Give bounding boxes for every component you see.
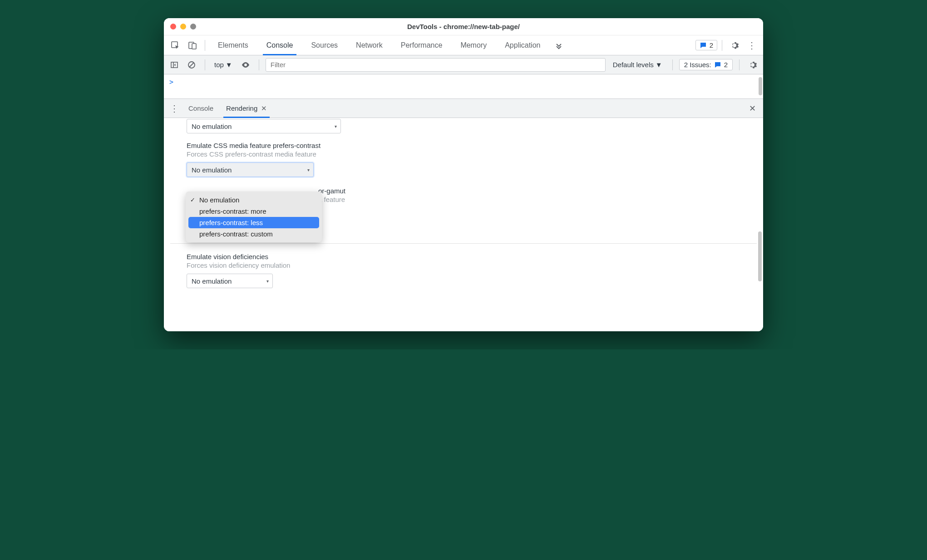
scrollbar[interactable]: [758, 231, 762, 281]
tab-memory[interactable]: Memory: [452, 35, 495, 55]
console-prompt: >: [169, 78, 173, 86]
divider: [739, 59, 740, 70]
tab-label: Performance: [401, 41, 443, 49]
chevron-down-icon: ▼: [226, 61, 232, 69]
levels-select[interactable]: Default levels ▼: [609, 59, 666, 70]
select-value: No emulation: [192, 166, 232, 174]
scrollbar[interactable]: [759, 77, 762, 95]
kebab-menu-icon[interactable]: ⋮: [744, 38, 759, 53]
section-desc: Forces vision deficiency emulation: [187, 261, 763, 269]
clear-console-icon[interactable]: [185, 58, 198, 72]
vision-deficiency-select[interactable]: No emulation ▾: [187, 274, 273, 288]
divider: [205, 40, 205, 51]
tab-label: Memory: [460, 41, 487, 49]
close-window-icon[interactable]: [170, 24, 176, 29]
close-icon[interactable]: ✕: [261, 104, 267, 113]
window-title: DevTools - chrome://new-tab-page/: [164, 23, 763, 30]
feedback-count: 2: [710, 41, 713, 49]
option-label: prefers-contrast: less: [199, 219, 263, 226]
issues-label: 2 Issues:: [684, 61, 711, 69]
tab-performance[interactable]: Performance: [393, 35, 451, 55]
divider: [722, 40, 722, 51]
divider: [259, 59, 259, 70]
dropdown-option-more[interactable]: prefers-contrast: more: [186, 206, 322, 217]
console-body[interactable]: >: [164, 74, 763, 99]
tab-label: Sources: [311, 41, 338, 49]
drawer-tab-label: Console: [188, 104, 213, 112]
divider: [205, 59, 205, 70]
divider: [672, 59, 673, 70]
more-tabs-icon[interactable]: [550, 41, 567, 49]
device-toolbar-icon[interactable]: [185, 38, 200, 53]
feedback-icon: [714, 61, 721, 69]
tab-elements[interactable]: Elements: [210, 35, 256, 55]
console-toolbar: top ▼ Default levels ▼ 2 Issues: 2: [164, 55, 763, 74]
drawer-kebab-icon[interactable]: ⋮: [168, 102, 181, 115]
tab-label: Application: [505, 41, 540, 49]
settings-icon[interactable]: [727, 38, 742, 53]
sidebar-toggle-icon[interactable]: [168, 58, 181, 72]
filter-input[interactable]: [266, 58, 606, 72]
option-label: prefers-contrast: more: [199, 207, 266, 215]
svg-rect-2: [192, 44, 196, 49]
emulate-media-type-select[interactable]: No emulation ▾: [187, 119, 341, 133]
select-value: No emulation: [192, 123, 232, 130]
section-title: Emulate CSS media feature prefers-contra…: [187, 142, 763, 149]
issues-count: 2: [724, 61, 728, 69]
minimize-window-icon[interactable]: [180, 24, 186, 29]
chevron-down-icon: ▾: [307, 167, 310, 172]
levels-value: Default levels: [613, 61, 654, 69]
chevron-down-icon: ▼: [656, 61, 662, 69]
drawer-close-icon[interactable]: ✕: [745, 103, 759, 113]
inspect-element-icon[interactable]: [168, 38, 183, 53]
vision-deficiencies-section: Emulate vision deficiencies Forces visio…: [164, 249, 763, 288]
section-desc: Forces CSS prefers-contrast media featur…: [187, 150, 763, 158]
issues-pill[interactable]: 2 Issues: 2: [679, 59, 733, 70]
tab-network[interactable]: Network: [348, 35, 391, 55]
section-title: Emulate vision deficiencies: [187, 253, 763, 260]
select-value: No emulation: [192, 277, 232, 285]
chevron-down-icon: ▾: [335, 124, 337, 129]
window-controls: [170, 24, 196, 29]
drawer-tab-console[interactable]: Console: [183, 99, 219, 118]
tab-label: Network: [356, 41, 383, 49]
feedback-icon: [700, 42, 707, 49]
context-value: top: [214, 61, 224, 69]
prefers-contrast-dropdown: No emulation prefers-contrast: more pref…: [186, 192, 322, 242]
dropdown-option-less[interactable]: prefers-contrast: less: [188, 217, 319, 228]
prefers-contrast-select[interactable]: No emulation ▾: [187, 162, 314, 177]
chevron-down-icon: ▾: [266, 279, 269, 284]
drawer-tab-label: Rendering: [226, 104, 257, 112]
option-label: prefers-contrast: custom: [199, 230, 273, 238]
prefers-contrast-section: Emulate CSS media feature prefers-contra…: [164, 138, 763, 177]
feedback-badge[interactable]: 2: [695, 40, 717, 50]
tab-sources[interactable]: Sources: [303, 35, 346, 55]
context-select[interactable]: top ▼: [212, 59, 235, 70]
drawer-tab-rendering[interactable]: Rendering ✕: [221, 99, 272, 118]
drawer-tabs: ⋮ Console Rendering ✕ ✕: [164, 99, 763, 118]
tab-application[interactable]: Application: [497, 35, 548, 55]
titlebar: DevTools - chrome://new-tab-page/: [164, 18, 763, 35]
devtools-window: DevTools - chrome://new-tab-page/ Elemen…: [164, 18, 763, 331]
option-label: No emulation: [199, 196, 239, 204]
main-tabs: Elements Console Sources Network Perform…: [164, 35, 763, 55]
tab-label: Console: [266, 41, 293, 49]
section-divider: [170, 243, 757, 244]
tab-label: Elements: [218, 41, 248, 49]
live-expression-icon[interactable]: [239, 58, 252, 72]
dropdown-option-custom[interactable]: prefers-contrast: custom: [186, 228, 322, 240]
tab-console[interactable]: Console: [258, 35, 301, 55]
console-settings-icon[interactable]: [746, 58, 759, 72]
rendering-panel: No emulation ▾ Emulate CSS media feature…: [164, 118, 763, 331]
dropdown-option-no-emulation[interactable]: No emulation: [186, 194, 322, 206]
maximize-window-icon[interactable]: [190, 24, 196, 29]
